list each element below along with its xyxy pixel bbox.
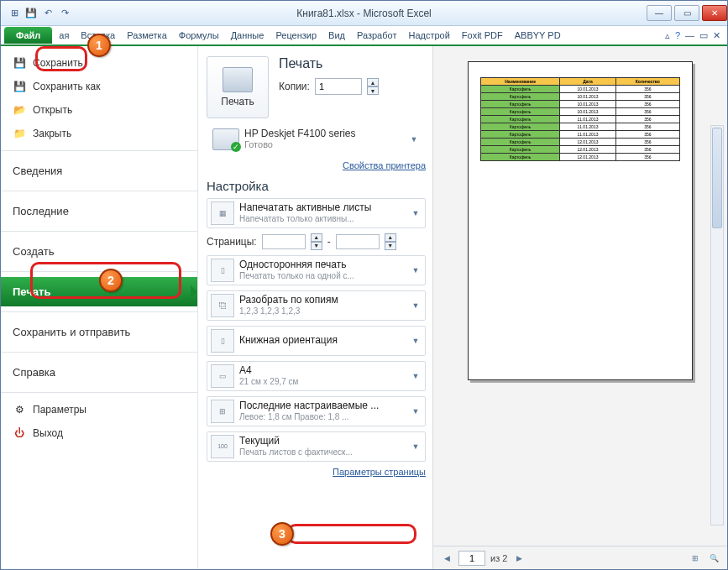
help-icon[interactable]: ?: [675, 30, 680, 41]
page-number-input[interactable]: [458, 551, 485, 566]
portrait-icon: ▯: [211, 329, 234, 353]
page-of-label: из 2: [490, 553, 507, 563]
copies-input[interactable]: [315, 78, 362, 95]
copies-label: Копии:: [279, 81, 310, 92]
tab-developer[interactable]: Разработ: [352, 28, 401, 43]
qat-undo-icon[interactable]: ↶: [41, 7, 55, 20]
menu-new[interactable]: Создать: [1, 237, 197, 266]
pages-to-up[interactable]: ▲: [385, 233, 396, 242]
setting-collate[interactable]: ⿻ Разобрать по копиям1,2,3 1,2,3 1,2,3 ▼: [207, 290, 426, 321]
pages-to-input[interactable]: [336, 234, 380, 249]
pages-from-up[interactable]: ▲: [311, 233, 322, 242]
workbook-restore-icon[interactable]: ▭: [699, 30, 708, 41]
menu-open[interactable]: 📂Открыть: [1, 98, 197, 122]
preview-scrollbar[interactable]: [710, 125, 724, 526]
pages-from-down[interactable]: ▼: [311, 242, 322, 250]
tab-review[interactable]: Рецензир: [270, 28, 322, 43]
printer-status: Готово: [244, 139, 403, 150]
tab-view[interactable]: Вид: [323, 28, 350, 43]
window-title: Книга81.xlsx - Microsoft Excel: [296, 8, 431, 19]
tab-addins[interactable]: Надстрой: [403, 28, 454, 43]
prev-page-button[interactable]: ◀: [440, 552, 453, 565]
pages-dash: -: [327, 236, 331, 248]
workbook-close-icon[interactable]: ✕: [713, 30, 720, 41]
preview-table: НаименованиеДатаКоличество Картофель10.0…: [480, 77, 680, 161]
pages-range: Страницы: ▲▼ - ▲▼: [207, 233, 426, 250]
folder-open-icon: 📂: [13, 103, 26, 117]
pages-from-input[interactable]: [262, 234, 306, 249]
pages-label: Страницы:: [207, 236, 257, 248]
copies-spin-down[interactable]: ▼: [367, 86, 379, 95]
menu-send[interactable]: Сохранить и отправить: [1, 317, 197, 347]
setting-scaling[interactable]: 100 ТекущийПечать листов с фактическ... …: [207, 431, 426, 462]
chevron-down-icon: ▼: [410, 405, 422, 417]
preview-area[interactable]: НаименованиеДатаКоличество Картофель10.0…: [433, 46, 727, 546]
sheets-icon: ▦: [211, 201, 234, 225]
page-setup-link[interactable]: Параметры страницы: [207, 467, 426, 477]
chevron-down-icon: ▼: [410, 264, 422, 276]
scaling-icon: 100: [211, 435, 234, 458]
onesided-icon: ▯: [211, 259, 234, 282]
tab-foxit[interactable]: Foxit PDF: [457, 28, 508, 43]
close-button[interactable]: ✕: [702, 5, 727, 21]
chevron-down-icon: ▼: [408, 133, 420, 145]
callout-badge-2: 2: [99, 269, 123, 292]
callout-badge-3: 3: [270, 522, 294, 546]
exit-icon: ⏻: [13, 426, 26, 440]
preview-footer: ◀ из 2 ▶ ⊞ 🔍: [433, 546, 727, 569]
titlebar: ⊞ 💾 ↶ ↷ Книга81.xlsx - Microsoft Excel —…: [1, 1, 727, 26]
chevron-down-icon: ▼: [410, 207, 422, 219]
menu-exit[interactable]: ⏻Выход: [1, 421, 197, 445]
tab-file[interactable]: Файл: [4, 27, 52, 44]
printer-properties-link[interactable]: Свойства принтера: [207, 160, 426, 170]
setting-print-what[interactable]: ▦ Напечатать активные листыНапечатать то…: [207, 198, 426, 228]
setting-sides[interactable]: ▯ Односторонняя печатьПечатать только на…: [207, 255, 426, 285]
setting-margins[interactable]: ⊞ Последние настраиваемые ...Левое: 1,8 …: [207, 396, 426, 426]
save-icon: 💾: [13, 56, 26, 70]
minimize-button[interactable]: —: [647, 5, 672, 21]
print-button-label: Печать: [221, 96, 254, 107]
options-icon: ⚙: [13, 403, 26, 416]
callout-badge-1: 1: [87, 34, 111, 57]
ribbon-minimize-icon[interactable]: ▵: [665, 30, 670, 41]
settings-heading: Настройка: [207, 179, 426, 193]
tab-home[interactable]: ая: [54, 28, 74, 43]
backstage-menu: 💾Сохранить 💾Сохранить как 📂Открыть 📁Закр…: [1, 46, 198, 569]
printer-name: HP Deskjet F4100 series: [244, 128, 403, 139]
chevron-down-icon: ▼: [410, 300, 422, 311]
show-margins-button[interactable]: ⊞: [689, 552, 702, 565]
saveas-icon: 💾: [13, 80, 26, 93]
printer-selector[interactable]: HP Deskjet F4100 series Готово ▼: [207, 123, 426, 155]
tab-pagelayout[interactable]: Разметка: [122, 28, 172, 43]
menu-recent[interactable]: Последние: [1, 196, 197, 226]
menu-info[interactable]: Сведения: [1, 156, 197, 186]
copies-spin-up[interactable]: ▲: [367, 78, 379, 86]
qat-save-icon[interactable]: 💾: [24, 7, 38, 20]
tab-data[interactable]: Данные: [226, 28, 270, 43]
excel-icon: ⊞: [8, 7, 21, 20]
print-settings-pane: Печать Печать Копии: ▲ ▼: [198, 46, 433, 569]
pages-to-down[interactable]: ▼: [385, 242, 396, 250]
qat-redo-icon[interactable]: ↷: [58, 7, 71, 20]
menu-close[interactable]: 📁Закрыть: [1, 122, 197, 145]
preview-page: НаименованиеДатаКоличество Картофель10.0…: [468, 61, 693, 380]
next-page-button[interactable]: ▶: [512, 552, 526, 565]
printer-icon: [223, 67, 253, 92]
print-heading: Печать: [279, 56, 379, 71]
chevron-down-icon: ▼: [410, 370, 422, 382]
menu-help[interactable]: Справка: [1, 358, 197, 387]
tab-abbyy[interactable]: ABBYY PD: [510, 28, 566, 43]
menu-options[interactable]: ⚙Параметры: [1, 398, 197, 421]
print-preview-pane: НаименованиеДатаКоличество Картофель10.0…: [433, 46, 727, 569]
tab-formulas[interactable]: Формулы: [174, 28, 224, 43]
maximize-button[interactable]: ▭: [674, 5, 699, 21]
menu-saveas[interactable]: 💾Сохранить как: [1, 75, 197, 98]
collate-icon: ⿻: [211, 294, 234, 317]
zoom-page-button[interactable]: 🔍: [707, 552, 720, 565]
folder-close-icon: 📁: [13, 127, 26, 140]
workbook-minimize-icon[interactable]: —: [685, 30, 694, 41]
setting-papersize[interactable]: ▭ A421 см x 29,7 см ▼: [207, 361, 426, 391]
a4-icon: ▭: [211, 364, 234, 388]
print-button[interactable]: Печать: [207, 56, 269, 118]
setting-orientation[interactable]: ▯ Книжная ориентация ▼: [207, 326, 426, 356]
